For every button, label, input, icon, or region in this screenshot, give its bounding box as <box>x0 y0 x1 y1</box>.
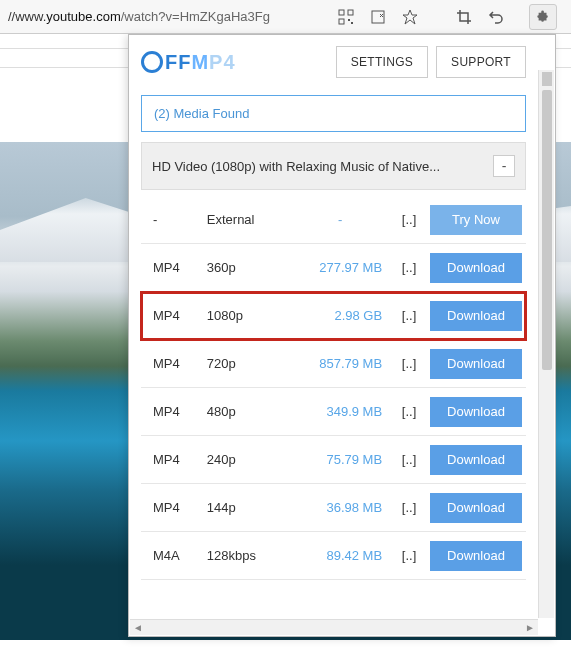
media-found-banner[interactable]: (2) Media Found <box>141 95 526 132</box>
toolbar-right-icons <box>449 4 563 30</box>
vertical-scrollbar[interactable] <box>538 70 554 618</box>
scroll-left-arrow[interactable]: ◄ <box>130 621 146 635</box>
format-row: -External-[..]Try Now <box>141 196 526 244</box>
download-button[interactable]: Download <box>430 301 522 331</box>
logo-circle-icon <box>141 51 163 73</box>
format-cell: - <box>141 212 203 227</box>
format-row: MP4720p857.79 MB[..]Download <box>141 340 526 388</box>
size-cell: 36.98 MB <box>298 500 388 515</box>
address-bar-icons <box>331 8 425 26</box>
size-cell: 277.97 MB <box>298 260 388 275</box>
url-domain: youtube.com <box>46 9 120 24</box>
extension-popup: ◄ ► FFMP4 SETTINGS SUPPORT (2) Media Fou… <box>128 34 556 637</box>
size-cell: 75.79 MB <box>298 452 388 467</box>
download-button[interactable]: Download <box>430 445 522 475</box>
expand-cell[interactable]: [..] <box>392 212 426 227</box>
size-cell: 89.42 MB <box>298 548 388 563</box>
settings-button[interactable]: SETTINGS <box>336 46 428 78</box>
format-cell: MP4 <box>141 260 203 275</box>
quality-cell: 1080p <box>207 308 295 323</box>
size-cell: - <box>298 212 388 227</box>
video-title: HD Video (1080p) with Relaxing Music of … <box>152 159 493 174</box>
download-button[interactable]: Download <box>430 541 522 571</box>
expand-cell[interactable]: [..] <box>392 308 426 323</box>
expand-cell[interactable]: [..] <box>392 260 426 275</box>
expand-cell[interactable]: [..] <box>392 500 426 515</box>
browser-address-bar: //www.youtube.com/watch?v=HmZKgaHa3Fg <box>0 0 571 34</box>
format-cell: MP4 <box>141 308 203 323</box>
quality-cell: External <box>207 212 295 227</box>
download-button[interactable]: Download <box>430 397 522 427</box>
svg-rect-1 <box>348 10 353 15</box>
download-button[interactable]: Download <box>430 253 522 283</box>
undo-icon[interactable] <box>487 8 505 26</box>
url-text[interactable]: //www.youtube.com/watch?v=HmZKgaHa3Fg <box>8 9 331 24</box>
size-cell: 2.98 GB <box>298 308 388 323</box>
crop-icon[interactable] <box>455 8 473 26</box>
quality-cell: 128kbps <box>207 548 295 563</box>
qr-icon[interactable] <box>337 8 355 26</box>
url-path: /watch?v=HmZKgaHa3Fg <box>121 9 270 24</box>
svg-rect-4 <box>351 22 353 24</box>
expand-cell[interactable]: [..] <box>392 452 426 467</box>
format-list: -External-[..]Try NowMP4360p277.97 MB[..… <box>129 196 538 619</box>
format-cell: MP4 <box>141 500 203 515</box>
quality-cell: 720p <box>207 356 295 371</box>
collapse-button[interactable]: - <box>493 155 515 177</box>
url-prefix: //www. <box>8 9 46 24</box>
expand-cell[interactable]: [..] <box>392 404 426 419</box>
reader-icon[interactable] <box>369 8 387 26</box>
video-title-bar: HD Video (1080p) with Relaxing Music of … <box>141 142 526 190</box>
format-row: MP4144p36.98 MB[..]Download <box>141 484 526 532</box>
svg-rect-0 <box>339 10 344 15</box>
quality-cell: 240p <box>207 452 295 467</box>
svg-rect-5 <box>372 11 384 23</box>
quality-cell: 144p <box>207 500 295 515</box>
format-row: M4A128kbps89.42 MB[..]Download <box>141 532 526 580</box>
bookmark-star-icon[interactable] <box>401 8 419 26</box>
format-row: MP4360p277.97 MB[..]Download <box>141 244 526 292</box>
expand-cell[interactable]: [..] <box>392 548 426 563</box>
scroll-right-arrow[interactable]: ► <box>522 621 538 635</box>
extension-puzzle-icon[interactable] <box>529 4 557 30</box>
download-button[interactable]: Download <box>430 493 522 523</box>
format-cell: MP4 <box>141 404 203 419</box>
panel-header: FFMP4 SETTINGS SUPPORT <box>129 35 538 89</box>
support-button[interactable]: SUPPORT <box>436 46 526 78</box>
quality-cell: 480p <box>207 404 295 419</box>
quality-cell: 360p <box>207 260 295 275</box>
svg-rect-2 <box>339 19 344 24</box>
horizontal-scrollbar[interactable]: ◄ ► <box>130 619 538 635</box>
expand-cell[interactable]: [..] <box>392 356 426 371</box>
size-cell: 349.9 MB <box>298 404 388 419</box>
try-now-button[interactable]: Try Now <box>430 205 522 235</box>
format-cell: M4A <box>141 548 203 563</box>
format-row: MP41080p2.98 GB[..]Download <box>141 292 526 340</box>
format-row: MP4480p349.9 MB[..]Download <box>141 388 526 436</box>
format-cell: MP4 <box>141 452 203 467</box>
logo: FFMP4 <box>141 51 236 74</box>
size-cell: 857.79 MB <box>298 356 388 371</box>
format-row: MP4240p75.79 MB[..]Download <box>141 436 526 484</box>
format-cell: MP4 <box>141 356 203 371</box>
download-button[interactable]: Download <box>430 349 522 379</box>
svg-rect-3 <box>348 19 350 21</box>
